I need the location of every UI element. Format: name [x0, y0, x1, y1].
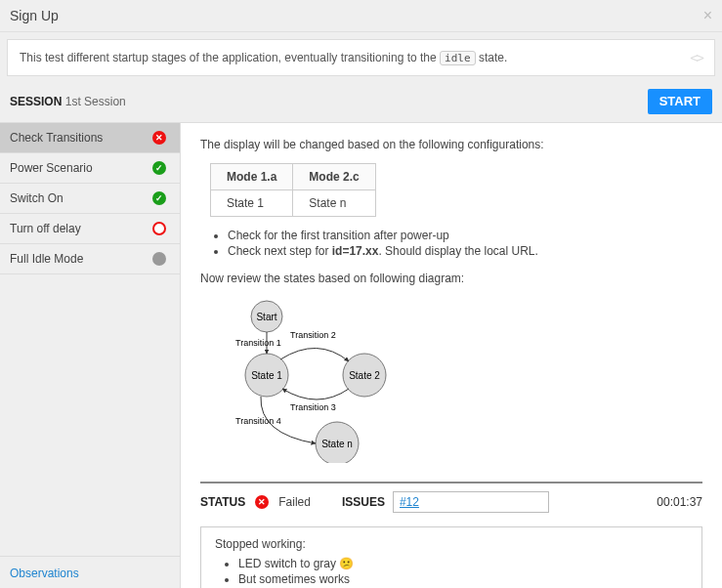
edge-t1: Transition 1: [235, 338, 281, 348]
list-item: But sometimes works: [238, 572, 688, 586]
list-item: Check next step for id=17.xx. Should dis…: [228, 244, 702, 258]
observations-tab[interactable]: Observations: [0, 556, 180, 588]
sidebar: Check Transitions ✕ Power Scenario ✓ Swi…: [0, 123, 181, 588]
body: Check Transitions ✕ Power Scenario ✓ Swi…: [0, 122, 722, 588]
node-state1: State 1: [251, 370, 282, 381]
sidebar-item-label: Check Transitions: [10, 131, 103, 145]
notes-heading: Stopped working:: [215, 537, 688, 551]
idle-tag: idle: [440, 51, 476, 65]
text-span: Check next step for: [228, 244, 332, 258]
node-start: Start: [256, 312, 276, 322]
sidebar-list: Check Transitions ✕ Power Scenario ✓ Swi…: [0, 123, 180, 556]
sidebar-item-label: Switch On: [10, 191, 64, 205]
timer: 00:01:37: [657, 495, 702, 509]
status-fail-icon: ✕: [255, 495, 269, 509]
sidebar-item-check-transitions[interactable]: Check Transitions ✕: [0, 123, 180, 153]
status-row: STATUS ✕ Failed ISSUES 00:01:37: [200, 491, 702, 513]
status-pending-icon: [152, 222, 166, 235]
table-header: Mode 2.c: [293, 164, 375, 190]
table-cell: State 1: [211, 190, 293, 217]
start-button[interactable]: START: [648, 89, 712, 114]
table-cell: State n: [293, 190, 375, 217]
issues-input[interactable]: [393, 491, 549, 513]
code-toggle-icon[interactable]: <>: [690, 50, 702, 65]
status-pass-icon: ✓: [152, 161, 166, 175]
sidebar-item-label: Turn off delay: [10, 222, 81, 235]
status-none-icon: [152, 252, 166, 266]
check-list: Check for the first transition after pow…: [228, 229, 702, 258]
list-item: LED switch to gray 😕: [238, 557, 688, 570]
session-name: 1st Session: [65, 95, 126, 108]
session-label-group: SESSION 1st Session: [10, 95, 126, 108]
desc-suffix: state.: [479, 51, 507, 64]
separator: [200, 482, 702, 483]
page-title: Sign Up: [10, 8, 59, 23]
review-text: Now review the states based on following…: [200, 272, 702, 285]
state-diagram: Start State 1 State 2 State n Transition…: [200, 297, 702, 466]
sidebar-item-power-scenario[interactable]: Power Scenario ✓: [0, 153, 180, 184]
status-pass-icon: ✓: [152, 191, 166, 205]
status-value: Failed: [278, 495, 311, 509]
window-header: Sign Up ×: [0, 0, 722, 32]
status-fail-icon: ✕: [152, 131, 166, 145]
node-state2: State 2: [349, 370, 380, 381]
modes-table: Mode 1.a Mode 2.c State 1 State n: [210, 163, 376, 217]
sidebar-item-label: Power Scenario: [10, 161, 93, 175]
description-box: This test different startup stages of th…: [7, 39, 715, 76]
status-label: STATUS: [200, 495, 245, 509]
edge-t3: Transition 3: [290, 402, 336, 412]
sidebar-item-turn-off-delay[interactable]: Turn off delay: [0, 214, 180, 244]
text-span: . Should display the local URL.: [378, 244, 537, 258]
sidebar-item-switch-on[interactable]: Switch On ✓: [0, 184, 180, 214]
edge-t2: Transition 2: [290, 330, 336, 340]
table-header: Mode 1.a: [211, 164, 293, 190]
list-item: Check for the first transition after pow…: [228, 229, 702, 242]
edge-t4: Transition 4: [235, 416, 281, 426]
content-pane: The display will be changed based on the…: [181, 123, 722, 588]
text-span: LED switch to gray 😕: [238, 557, 354, 570]
text-bold: id=17.xx: [332, 244, 379, 258]
session-row: SESSION 1st Session START: [0, 83, 722, 122]
sidebar-item-label: Full Idle Mode: [10, 252, 83, 266]
node-staten: State n: [321, 439, 353, 449]
notes-box: Stopped working: LED switch to gray 😕 Bu…: [200, 526, 702, 588]
session-label: SESSION: [10, 95, 62, 108]
issues-label: ISSUES: [342, 495, 385, 509]
close-icon[interactable]: ×: [703, 7, 712, 24]
desc-prefix: This test different startup stages of th…: [20, 51, 440, 64]
intro-text: The display will be changed based on the…: [200, 138, 702, 151]
description-text: This test different startup stages of th…: [20, 51, 507, 65]
sidebar-item-full-idle-mode[interactable]: Full Idle Mode: [0, 244, 180, 274]
